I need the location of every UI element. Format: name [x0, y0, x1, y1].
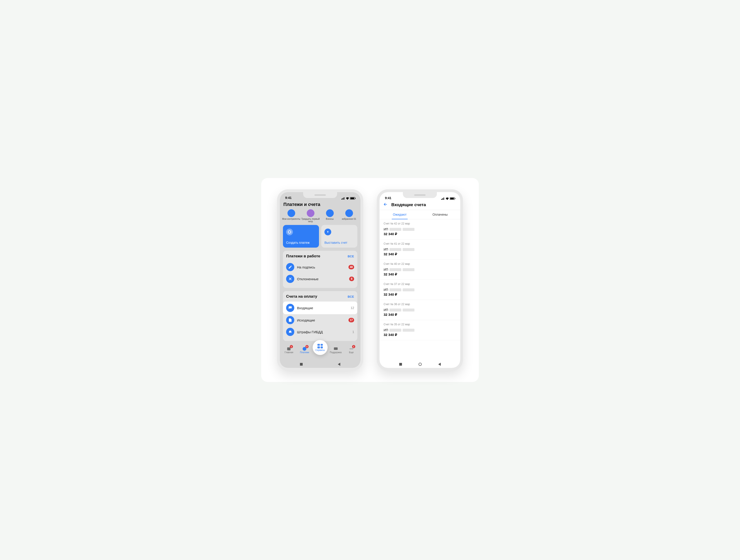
- shortcut-favorite[interactable]: избранное 01: [340, 209, 359, 223]
- blurred-text: [389, 228, 401, 231]
- tab-label: Оплачены: [433, 213, 448, 216]
- shortcut-label: избранное 01: [340, 218, 359, 220]
- android-back-icon[interactable]: [338, 363, 340, 366]
- circle-dot-icon: [286, 229, 293, 235]
- count-badge: 48: [349, 265, 354, 269]
- all-link[interactable]: ВСЕ: [348, 295, 354, 298]
- create-payment-button[interactable]: Создать платеж: [283, 225, 319, 248]
- card-invoices-to-pay: Счета на оплату ВСЕ Входящие 12 Исходящи…: [283, 291, 357, 341]
- invoice-meta: Счет № 35 от 22 мар: [384, 323, 456, 326]
- row-rejected[interactable]: Отклоненные 8: [286, 273, 354, 285]
- blurred-text: [389, 268, 401, 271]
- shortcut-label: Взносы: [320, 218, 340, 220]
- shortcut-label: Тридцать первый петр: [301, 218, 320, 223]
- tab-badge: 1: [290, 345, 293, 348]
- svg-rect-3: [334, 347, 338, 350]
- card-title: Счета на оплату: [286, 294, 317, 299]
- tab-pending[interactable]: Ожидают: [379, 210, 420, 219]
- inbox-icon: [286, 304, 294, 312]
- status-time: 9:41: [385, 196, 391, 200]
- invoice-amount: 32 340 ₽: [384, 293, 456, 297]
- android-recent-icon[interactable]: [399, 363, 402, 366]
- invoice-meta: Счет № 41 от 22 мар: [384, 242, 456, 245]
- invoice-amount: 32 340 ₽: [384, 232, 456, 236]
- tab-more[interactable]: 1 Еще: [344, 345, 359, 354]
- stage: 9:41 Платежи и счета Мои контрагенты Три…: [261, 178, 479, 382]
- document-icon: [286, 316, 294, 324]
- tab-home[interactable]: 1 Главная: [281, 345, 297, 354]
- row-outgoing[interactable]: Исходящие 17: [286, 314, 354, 326]
- screen-payments: 9:41 Платежи и счета Мои контрагенты Три…: [280, 192, 361, 368]
- actions-row: Создать платеж Выставить счет: [280, 225, 361, 251]
- count-badge: 8: [349, 276, 354, 281]
- status-time: 9:41: [285, 196, 292, 200]
- back-button[interactable]: [383, 202, 388, 208]
- close-icon: [286, 275, 294, 283]
- fab-label: Сервисы: [315, 349, 325, 351]
- tab-services-fab[interactable]: Сервисы: [313, 340, 328, 355]
- row-incoming[interactable]: Входящие 12: [283, 302, 357, 314]
- count-badge: 17: [349, 318, 354, 322]
- tab-label: Платежи: [297, 351, 312, 354]
- blurred-text: [403, 268, 414, 271]
- row-label: На подпись: [297, 265, 346, 269]
- svg-point-4: [350, 348, 351, 349]
- shortcut-contributions[interactable]: Взносы: [320, 209, 340, 223]
- invoice-meta: Счет № 36 от 22 мар: [384, 303, 456, 306]
- invoice-item[interactable]: Счет № 42 от 22 мар ИП 32 340 ₽: [379, 219, 460, 239]
- phone-notch: [303, 192, 337, 198]
- invoice-payer: ИП: [384, 227, 456, 231]
- wifi-icon: [346, 197, 349, 200]
- shortcut-icon: [345, 209, 353, 217]
- issue-invoice-button[interactable]: Выставить счет: [321, 225, 357, 248]
- blurred-text: [389, 289, 401, 291]
- row-to-sign[interactable]: На подпись 48: [286, 261, 354, 273]
- blurred-text: [389, 309, 401, 312]
- tab-label: Ожидают: [393, 213, 407, 216]
- row-label: Входящие: [297, 306, 348, 310]
- android-recent-icon[interactable]: [300, 363, 303, 366]
- card-title: Платежи в работе: [286, 254, 320, 258]
- row-fines[interactable]: Штрафы ГИБДД 1: [286, 326, 354, 338]
- invoice-meta: Счет № 40 от 22 мар: [384, 262, 456, 265]
- tab-payments[interactable]: 3 Платежи: [297, 345, 312, 354]
- blurred-text: [403, 248, 414, 251]
- invoice-item[interactable]: Счет № 41 от 22 мар ИП 32 340 ₽: [379, 239, 460, 260]
- svg-rect-1: [287, 347, 291, 350]
- phone-left: 9:41 Платежи и счета Мои контрагенты Три…: [277, 189, 363, 371]
- invoice-meta: Счет № 37 от 22 мар: [384, 283, 456, 286]
- phone-notch: [403, 192, 437, 198]
- shortcuts-row: Мои контрагенты Тридцать первый петр Взн…: [280, 209, 361, 225]
- header: Входящие счета: [379, 200, 460, 210]
- chat-icon: [333, 346, 338, 350]
- blurred-text: [403, 289, 414, 291]
- shortcut-contragents[interactable]: Мои контрагенты: [282, 209, 301, 223]
- signal-icon: [441, 198, 445, 200]
- invoice-payer: ИП: [384, 268, 456, 271]
- arrow-up-icon: [325, 229, 331, 235]
- invoice-list[interactable]: Счет № 42 от 22 мар ИП 32 340 ₽ Счет № 4…: [379, 219, 460, 361]
- invoice-payer: ИП: [384, 288, 456, 292]
- action-label: Выставить счет: [325, 241, 354, 244]
- android-nav: [280, 361, 361, 368]
- invoice-amount: 32 340 ₽: [384, 272, 456, 276]
- tab-label: Поддержка: [328, 351, 344, 354]
- android-home-icon[interactable]: [419, 363, 422, 366]
- row-label: Исходящие: [297, 318, 346, 322]
- all-link[interactable]: ВСЕ: [348, 255, 354, 258]
- tab-support[interactable]: Поддержка: [328, 345, 344, 354]
- tab-paid[interactable]: Оплачены: [420, 210, 460, 219]
- invoice-item[interactable]: Счет № 40 от 22 мар ИП 32 340 ₽: [379, 260, 460, 280]
- invoice-item[interactable]: Счет № 36 от 22 мар ИП 32 340 ₽: [379, 300, 460, 320]
- tab-badge: 1: [352, 345, 355, 348]
- invoice-item[interactable]: Счет № 35 от 22 мар ИП 32 340 ₽: [379, 320, 460, 340]
- invoice-item[interactable]: Счет № 37 от 22 мар ИП 32 340 ₽: [379, 280, 460, 300]
- android-back-icon[interactable]: [438, 363, 441, 366]
- status-icons: [441, 197, 455, 200]
- blurred-text: [403, 329, 414, 332]
- shortcut-thirty-first[interactable]: Тридцать первый петр: [301, 209, 320, 223]
- row-label: Отклоненные: [297, 277, 347, 281]
- blurred-text: [403, 228, 414, 231]
- invoice-amount: 32 340 ₽: [384, 313, 456, 317]
- shortcut-icon: [326, 209, 334, 217]
